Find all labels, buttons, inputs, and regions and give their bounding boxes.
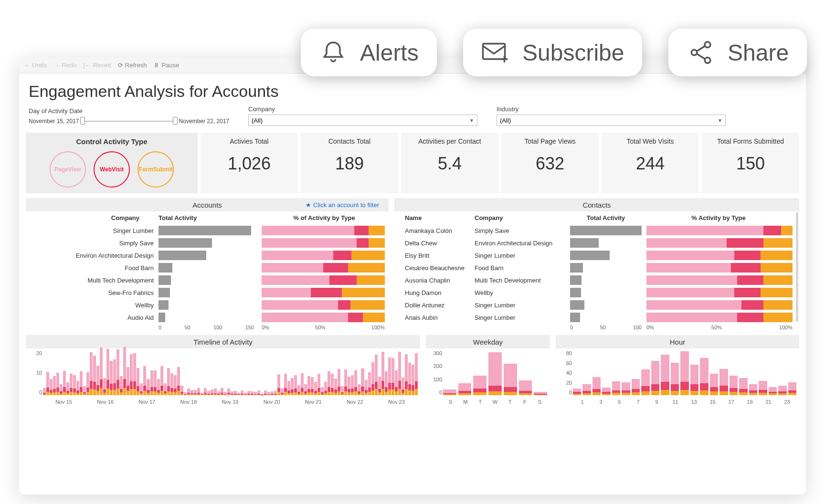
timeline-bar[interactable] bbox=[167, 368, 170, 395]
contact-row[interactable]: Delta ChewEnviron Architectural Design bbox=[394, 237, 799, 249]
refresh-button[interactable]: ⟳Refresh bbox=[118, 62, 147, 69]
account-row[interactable]: Simply Save bbox=[26, 237, 389, 249]
timeline-bar[interactable] bbox=[375, 355, 378, 395]
hour-bar[interactable] bbox=[592, 377, 601, 395]
hour-bar[interactable] bbox=[622, 382, 630, 395]
hour-bar[interactable] bbox=[690, 365, 698, 395]
timeline-bar[interactable] bbox=[150, 370, 153, 395]
date-range-slider[interactable]: November 15, 2017 November 22, 2017 bbox=[29, 116, 229, 126]
timeline-bar[interactable] bbox=[241, 390, 243, 395]
account-row[interactable]: Food Barn bbox=[26, 262, 389, 274]
timeline-bar[interactable] bbox=[116, 349, 119, 395]
timeline-bar[interactable] bbox=[402, 378, 404, 395]
timeline-bar[interactable] bbox=[100, 347, 103, 395]
share-button[interactable]: Share bbox=[668, 29, 807, 76]
timeline-bar[interactable] bbox=[395, 370, 398, 395]
weekday-bar[interactable] bbox=[443, 389, 456, 395]
hour-bar[interactable] bbox=[632, 379, 640, 395]
timeline-bar[interactable] bbox=[291, 378, 294, 395]
timeline-bar[interactable] bbox=[170, 373, 173, 395]
timeline-bar[interactable] bbox=[184, 392, 187, 395]
timeline-bar[interactable] bbox=[324, 382, 327, 395]
timeline-bar[interactable] bbox=[368, 372, 371, 395]
timeline-bar[interactable] bbox=[385, 371, 388, 395]
timeline-bar[interactable] bbox=[408, 363, 411, 395]
timeline-bar[interactable] bbox=[174, 375, 177, 395]
timeline-bar[interactable] bbox=[127, 367, 129, 395]
hour-bar[interactable] bbox=[730, 376, 738, 395]
timeline-bar[interactable] bbox=[221, 388, 223, 395]
timeline-bar[interactable] bbox=[204, 388, 207, 395]
timeline-bar[interactable] bbox=[130, 354, 133, 395]
timeline-bar[interactable] bbox=[187, 388, 190, 395]
timeline-bar[interactable] bbox=[251, 391, 254, 395]
weekday-bar[interactable] bbox=[458, 383, 472, 395]
contact-row[interactable]: Amankaya ColónSimply Save bbox=[394, 224, 799, 237]
timeline-bar[interactable] bbox=[338, 369, 340, 395]
subscribe-button[interactable]: Subscribe bbox=[463, 29, 642, 76]
timeline-bar[interactable] bbox=[274, 391, 277, 395]
timeline-bar[interactable] bbox=[277, 374, 280, 395]
alerts-button[interactable]: Alerts bbox=[301, 29, 437, 76]
timeline-bar[interactable] bbox=[398, 352, 401, 395]
timeline-bar[interactable] bbox=[257, 390, 260, 395]
timeline-bar[interactable] bbox=[90, 352, 93, 395]
weekday-bar[interactable] bbox=[473, 376, 487, 395]
pause-button[interactable]: ⏸Pause bbox=[153, 62, 179, 69]
timeline-bar[interactable] bbox=[76, 381, 79, 395]
hour-bar[interactable] bbox=[719, 369, 728, 395]
hour-bar[interactable] bbox=[661, 355, 669, 395]
revert-button[interactable]: |←Revert bbox=[83, 62, 111, 69]
industry-select[interactable]: (All)▼ bbox=[497, 115, 726, 126]
timeline-bar[interactable] bbox=[157, 379, 160, 395]
hour-bar[interactable] bbox=[651, 361, 659, 395]
timeline-bar[interactable] bbox=[160, 366, 163, 395]
timeline-bar[interactable] bbox=[391, 358, 394, 395]
hour-bar[interactable] bbox=[788, 382, 796, 395]
timeline-bar[interactable] bbox=[317, 374, 320, 395]
timeline-bar[interactable] bbox=[281, 388, 284, 395]
formsubmit-toggle[interactable]: FormSubmit bbox=[138, 151, 174, 188]
timeline-bar[interactable] bbox=[201, 393, 203, 395]
timeline-bar[interactable] bbox=[254, 392, 257, 395]
timeline-bar[interactable] bbox=[321, 387, 324, 395]
hour-bar[interactable] bbox=[582, 384, 591, 395]
timeline-bar[interactable] bbox=[86, 372, 89, 395]
hour-bar[interactable] bbox=[710, 374, 718, 395]
contact-row[interactable]: Elsy BrittSinger Lumber bbox=[394, 249, 799, 262]
timeline-bar[interactable] bbox=[405, 354, 408, 395]
redo-button[interactable]: →Redo bbox=[53, 62, 76, 69]
timeline-bar[interactable] bbox=[140, 383, 143, 395]
timeline-bar[interactable] bbox=[348, 377, 350, 395]
timeline-bar[interactable] bbox=[415, 353, 418, 395]
timeline-bar[interactable] bbox=[56, 373, 59, 395]
timeline-bar[interactable] bbox=[43, 388, 46, 395]
timeline-bar[interactable] bbox=[103, 378, 106, 395]
timeline-bar[interactable] bbox=[63, 371, 66, 395]
timeline-bar[interactable] bbox=[297, 385, 300, 395]
undo-button[interactable]: ←Undo bbox=[24, 62, 47, 69]
timeline-bar[interactable] bbox=[341, 386, 344, 395]
timeline-bar[interactable] bbox=[227, 388, 230, 395]
timeline-bar[interactable] bbox=[365, 380, 368, 395]
hour-bar[interactable] bbox=[739, 378, 747, 395]
timeline-bar[interactable] bbox=[143, 366, 146, 395]
timeline-bar[interactable] bbox=[180, 386, 183, 395]
timeline-bar[interactable] bbox=[197, 388, 200, 395]
timeline-bar[interactable] bbox=[381, 352, 384, 395]
timeline-bar[interactable] bbox=[211, 389, 213, 395]
hour-bar[interactable] bbox=[778, 386, 786, 395]
timeline-bar[interactable] bbox=[231, 391, 233, 395]
timeline-bar[interactable] bbox=[164, 383, 167, 395]
timeline-bar[interactable] bbox=[50, 379, 53, 395]
company-select[interactable]: (All)▼ bbox=[248, 115, 477, 126]
timeline-bar[interactable] bbox=[284, 374, 287, 395]
timeline-bar[interactable] bbox=[96, 366, 99, 395]
timeline-bar[interactable] bbox=[271, 391, 274, 395]
scrollbar[interactable] bbox=[796, 212, 798, 322]
timeline-bar[interactable] bbox=[177, 367, 180, 395]
timeline-bar[interactable] bbox=[294, 375, 297, 395]
timeline-bar[interactable] bbox=[304, 384, 307, 395]
hour-bar[interactable] bbox=[671, 363, 679, 395]
timeline-bar[interactable] bbox=[354, 370, 357, 395]
